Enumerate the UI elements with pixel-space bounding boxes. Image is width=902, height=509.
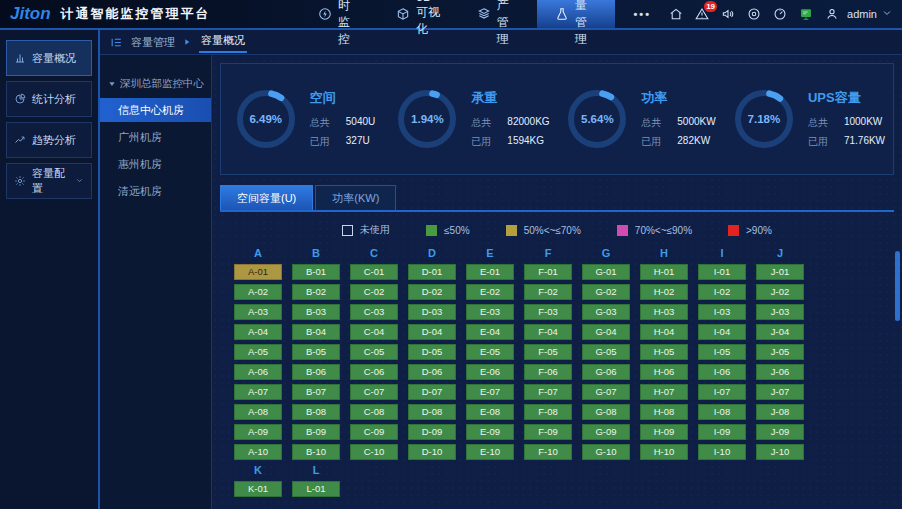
rack-cell-E-04[interactable]: E-04 (466, 324, 514, 340)
sidebar-item-config[interactable]: 容量配置 (6, 163, 92, 199)
rack-cell-I-09[interactable]: I-09 (698, 424, 746, 440)
nav-more-button[interactable]: ••• (615, 0, 669, 28)
rack-cell-A-07[interactable]: A-07 (234, 384, 282, 400)
rack-cell-H-10[interactable]: H-10 (640, 444, 688, 460)
rack-cell-D-02[interactable]: D-02 (408, 284, 456, 300)
rack-cell-E-03[interactable]: E-03 (466, 304, 514, 320)
rack-cell-G-09[interactable]: G-09 (582, 424, 630, 440)
rack-cell-E-09[interactable]: E-09 (466, 424, 514, 440)
tree-item-2[interactable]: 惠州机房 (100, 152, 211, 176)
rack-cell-E-01[interactable]: E-01 (466, 264, 514, 280)
rack-cell-F-01[interactable]: F-01 (524, 264, 572, 280)
rack-cell-I-10[interactable]: I-10 (698, 444, 746, 460)
rack-cell-C-02[interactable]: C-02 (350, 284, 398, 300)
rack-cell-I-08[interactable]: I-08 (698, 404, 746, 420)
rack-cell-J-09[interactable]: J-09 (756, 424, 804, 440)
rack-cell-G-02[interactable]: G-02 (582, 284, 630, 300)
rack-cell-G-04[interactable]: G-04 (582, 324, 630, 340)
rack-cell-H-02[interactable]: H-02 (640, 284, 688, 300)
nav-item-3d[interactable]: 3D可视化 (378, 0, 458, 28)
rack-cell-A-08[interactable]: A-08 (234, 404, 282, 420)
rack-cell-D-09[interactable]: D-09 (408, 424, 456, 440)
rack-cell-E-10[interactable]: E-10 (466, 444, 514, 460)
rack-cell-A-03[interactable]: A-03 (234, 304, 282, 320)
user-button[interactable] (825, 7, 839, 21)
rack-cell-G-07[interactable]: G-07 (582, 384, 630, 400)
rack-cell-C-03[interactable]: C-03 (350, 304, 398, 320)
rack-cell-H-07[interactable]: H-07 (640, 384, 688, 400)
rack-cell-I-06[interactable]: I-06 (698, 364, 746, 380)
home-button[interactable] (669, 7, 683, 21)
tree-item-3[interactable]: 清远机房 (100, 179, 211, 203)
rack-cell-A-06[interactable]: A-06 (234, 364, 282, 380)
rack-cell-H-04[interactable]: H-04 (640, 324, 688, 340)
rack-cell-F-03[interactable]: F-03 (524, 304, 572, 320)
nav-item-realtime[interactable]: 实时监控 (300, 0, 378, 28)
tree-item-0[interactable]: 信息中心机房 (100, 98, 211, 122)
rack-cell-A-02[interactable]: A-02 (234, 284, 282, 300)
rack-cell-L-01[interactable]: L-01 (292, 481, 340, 497)
rack-cell-G-05[interactable]: G-05 (582, 344, 630, 360)
rack-cell-B-08[interactable]: B-08 (292, 404, 340, 420)
rack-cell-F-10[interactable]: F-10 (524, 444, 572, 460)
rack-cell-B-02[interactable]: B-02 (292, 284, 340, 300)
rack-cell-D-04[interactable]: D-04 (408, 324, 456, 340)
rack-cell-I-07[interactable]: I-07 (698, 384, 746, 400)
rack-cell-A-01[interactable]: A-01 (234, 264, 282, 280)
rack-cell-D-03[interactable]: D-03 (408, 304, 456, 320)
record-button[interactable] (747, 7, 761, 21)
rack-cell-C-06[interactable]: C-06 (350, 364, 398, 380)
sidebar-item-trend[interactable]: 趋势分析 (6, 122, 92, 158)
rack-cell-A-09[interactable]: A-09 (234, 424, 282, 440)
rack-cell-F-07[interactable]: F-07 (524, 384, 572, 400)
rack-cell-F-05[interactable]: F-05 (524, 344, 572, 360)
rack-cell-H-06[interactable]: H-06 (640, 364, 688, 380)
rack-cell-F-08[interactable]: F-08 (524, 404, 572, 420)
nav-item-asset[interactable]: 资产管理 (459, 0, 537, 28)
rack-cell-D-06[interactable]: D-06 (408, 364, 456, 380)
breadcrumb-parent[interactable]: 容量管理 (131, 35, 175, 50)
tab-power-capacity[interactable]: 功率(KW) (315, 185, 396, 210)
rack-cell-I-03[interactable]: I-03 (698, 304, 746, 320)
rack-cell-E-02[interactable]: E-02 (466, 284, 514, 300)
rack-cell-B-06[interactable]: B-06 (292, 364, 340, 380)
rack-cell-A-10[interactable]: A-10 (234, 444, 282, 460)
rack-cell-I-02[interactable]: I-02 (698, 284, 746, 300)
rack-cell-J-06[interactable]: J-06 (756, 364, 804, 380)
rack-cell-F-06[interactable]: F-06 (524, 364, 572, 380)
rack-cell-D-08[interactable]: D-08 (408, 404, 456, 420)
rack-cell-B-09[interactable]: B-09 (292, 424, 340, 440)
rack-cell-J-08[interactable]: J-08 (756, 404, 804, 420)
rack-cell-C-10[interactable]: C-10 (350, 444, 398, 460)
rack-cell-F-04[interactable]: F-04 (524, 324, 572, 340)
rack-cell-B-10[interactable]: B-10 (292, 444, 340, 460)
rack-cell-G-06[interactable]: G-06 (582, 364, 630, 380)
rack-cell-C-07[interactable]: C-07 (350, 384, 398, 400)
rack-cell-A-05[interactable]: A-05 (234, 344, 282, 360)
rack-cell-C-08[interactable]: C-08 (350, 404, 398, 420)
rack-cell-D-07[interactable]: D-07 (408, 384, 456, 400)
rack-cell-F-02[interactable]: F-02 (524, 284, 572, 300)
sidebar-item-overview[interactable]: 容量概况 (6, 40, 92, 76)
rack-cell-J-02[interactable]: J-02 (756, 284, 804, 300)
rack-cell-H-05[interactable]: H-05 (640, 344, 688, 360)
breadcrumb-current[interactable]: 容量概况 (199, 31, 247, 53)
rack-cell-B-04[interactable]: B-04 (292, 324, 340, 340)
rack-cell-H-08[interactable]: H-08 (640, 404, 688, 420)
rack-cell-H-03[interactable]: H-03 (640, 304, 688, 320)
rack-cell-G-08[interactable]: G-08 (582, 404, 630, 420)
rack-cell-C-05[interactable]: C-05 (350, 344, 398, 360)
dashboard-button[interactable] (773, 7, 787, 21)
tree-item-1[interactable]: 广州机房 (100, 125, 211, 149)
rack-cell-I-04[interactable]: I-04 (698, 324, 746, 340)
rack-cell-E-05[interactable]: E-05 (466, 344, 514, 360)
rack-cell-E-06[interactable]: E-06 (466, 364, 514, 380)
rack-cell-J-03[interactable]: J-03 (756, 304, 804, 320)
rack-cell-F-09[interactable]: F-09 (524, 424, 572, 440)
rack-cell-I-01[interactable]: I-01 (698, 264, 746, 280)
sound-button[interactable] (721, 7, 735, 21)
rack-cell-J-01[interactable]: J-01 (756, 264, 804, 280)
rack-cell-H-01[interactable]: H-01 (640, 264, 688, 280)
rack-cell-E-08[interactable]: E-08 (466, 404, 514, 420)
rack-cell-J-10[interactable]: J-10 (756, 444, 804, 460)
